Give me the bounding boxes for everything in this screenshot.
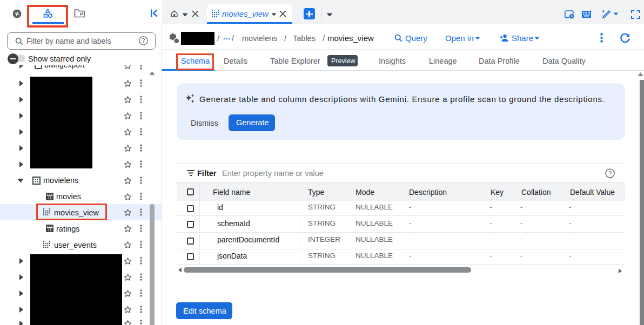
svg-text:?: ? (142, 37, 145, 44)
svg-text:?: ? (608, 170, 612, 177)
